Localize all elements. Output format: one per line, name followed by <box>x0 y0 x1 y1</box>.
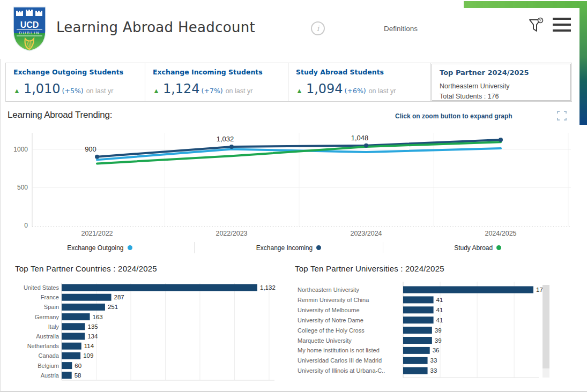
bar[interactable] <box>403 347 430 354</box>
bar[interactable] <box>403 296 434 303</box>
bar-value: 109 <box>83 352 93 359</box>
bar[interactable] <box>62 362 72 369</box>
top-partner-title: Top Partner 2024/2025 <box>440 69 570 77</box>
filter-icon[interactable] <box>527 17 544 33</box>
category-label: University of Notre Dame <box>298 317 363 323</box>
bar[interactable] <box>403 357 428 364</box>
data-point[interactable] <box>95 155 99 159</box>
side-accent-gradient <box>579 1 587 125</box>
category-label: Austria <box>41 372 60 379</box>
legend-item[interactable]: Study Abroad <box>383 242 572 253</box>
data-point[interactable] <box>364 144 368 148</box>
bar-value: 134 <box>87 333 98 340</box>
kpi-title: Study Abroad Students <box>296 68 430 76</box>
data-label: 1,032 <box>217 135 234 143</box>
up-triangle-icon: ▲ <box>296 87 303 95</box>
kpi-study-abroad[interactable]: Study Abroad Students ▲ 1,094 (+6%) on l… <box>288 63 431 101</box>
bar[interactable] <box>403 367 428 374</box>
bar[interactable] <box>62 313 90 320</box>
bar-value: 41 <box>436 297 443 303</box>
bar-value: 41 <box>436 317 443 323</box>
legend-item[interactable]: Exchange Incoming <box>194 242 383 253</box>
bar[interactable] <box>62 352 80 359</box>
data-label: 900 <box>85 145 96 153</box>
bar[interactable] <box>403 306 434 313</box>
bar-value: 58 <box>75 372 81 379</box>
bar[interactable] <box>403 327 432 334</box>
trending-legend: Exchange OutgoingExchange IncomingStudy … <box>5 242 572 253</box>
legend-dot <box>316 245 321 250</box>
info-icon[interactable]: i <box>311 21 325 35</box>
bar[interactable] <box>403 287 533 293</box>
top-accent-bar <box>464 1 587 8</box>
universities-chart-title: Top Ten Partner Universities : 2024/2025 <box>295 264 444 273</box>
kpi-suffix: on last yr <box>226 87 253 95</box>
kpi-suffix: on last yr <box>86 87 114 95</box>
zoom-hint-text: Click on zoom button to expand graph <box>395 112 512 120</box>
definitions-link[interactable]: Definitions <box>384 25 418 33</box>
page-title: Learning Abroad Headcount <box>56 19 255 35</box>
bar[interactable] <box>403 316 434 323</box>
kpi-exchange-outgoing[interactable]: Exchange Outgoing Students ▲ 1,010 (+5%)… <box>6 63 145 101</box>
kpi-delta: (+6%) <box>345 87 366 95</box>
category-label: Netherlands <box>27 343 60 349</box>
top-partner-card[interactable]: Top Partner 2024/2025 Northeastern Unive… <box>432 64 571 101</box>
kpi-exchange-incoming[interactable]: Exchange Incoming Students ▲ 1,124 (+7%)… <box>145 63 288 101</box>
category-label: Belgium <box>38 363 59 369</box>
bar-value: 135 <box>88 323 98 330</box>
bar[interactable] <box>62 294 112 301</box>
x-axis-tick: 2023/2024 <box>350 230 382 237</box>
bar-value: 36 <box>433 347 440 353</box>
kpi-suffix: on last yr <box>369 87 396 95</box>
category-label: Universidad Carlos III de Madrid <box>298 357 382 364</box>
bar-value: 39 <box>435 337 442 344</box>
universities-bar-chart[interactable]: Northeastern University176Renmin Univers… <box>292 277 544 387</box>
trending-section-title: Learning Abroad Trending: <box>8 110 112 120</box>
category-label: Spain <box>44 304 59 310</box>
countries-bar-chart[interactable]: United States1,132France287Spain251Germa… <box>0 277 287 387</box>
menu-icon[interactable] <box>553 18 571 35</box>
logo-city: DUBLIN <box>19 31 40 35</box>
data-point[interactable] <box>499 138 503 142</box>
bar-value: 60 <box>75 363 81 369</box>
category-label: United States <box>24 284 60 291</box>
kpi-title: Exchange Incoming Students <box>153 68 288 76</box>
legend-dot <box>496 245 501 250</box>
bar-value: 287 <box>114 294 124 300</box>
bar[interactable] <box>62 284 257 291</box>
expand-graph-button[interactable] <box>557 111 567 120</box>
kpi-title: Exchange Outgoing Students <box>13 68 145 76</box>
bar[interactable] <box>62 304 105 311</box>
category-label: University of Melbourne <box>298 307 360 313</box>
x-axis-tick: 2021/2022 <box>81 230 113 237</box>
category-label: University of Illinois at Urbana-C.. <box>298 367 385 374</box>
trending-line-chart[interactable]: 050010002021/20222022/20232023/20242024/… <box>0 130 587 254</box>
legend-label: Exchange Outgoing <box>67 244 123 252</box>
bar[interactable] <box>62 333 85 340</box>
bar[interactable] <box>403 337 432 344</box>
category-label: Renmin University of China <box>298 297 369 303</box>
category-label: France <box>41 294 59 300</box>
category-label: My home institution is not listed <box>298 347 380 353</box>
data-point[interactable] <box>229 145 234 149</box>
up-triangle-icon: ▲ <box>153 87 160 95</box>
bar-value: 39 <box>435 327 442 334</box>
x-axis-tick: 2024/2025 <box>485 230 516 237</box>
ucd-logo: UCD DUBLIN <box>12 5 47 52</box>
kpi-delta: (+7%) <box>202 87 223 95</box>
bar-value: 251 <box>108 304 118 310</box>
y-axis-tick: 500 <box>17 184 28 191</box>
legend-dot <box>128 245 132 250</box>
bar[interactable] <box>62 372 72 379</box>
kpi-value: 1,010 <box>24 82 61 95</box>
scrollbar-thumb[interactable] <box>543 285 549 368</box>
bar[interactable] <box>62 323 85 330</box>
bar-value: 33 <box>430 357 437 364</box>
category-label: Australia <box>36 333 60 340</box>
bar[interactable] <box>62 343 81 350</box>
data-label: 1,048 <box>351 134 369 142</box>
category-label: Marquette University <box>298 337 352 344</box>
universities-scrollbar[interactable] <box>543 285 549 378</box>
logo-acronym: UCD <box>20 20 39 29</box>
legend-item[interactable]: Exchange Outgoing <box>5 242 194 253</box>
